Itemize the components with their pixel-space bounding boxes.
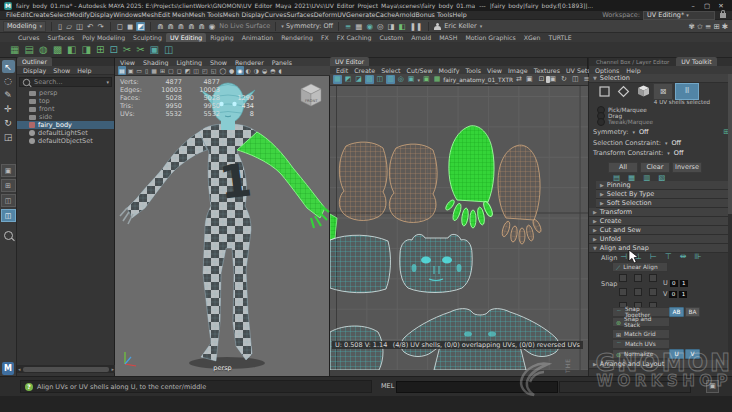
scale-tool-icon[interactable]: ◲ [2,130,15,143]
snap-checkbox[interactable] [619,274,627,282]
uv-editor-menu-item[interactable]: Textures [534,67,560,74]
snap-and-stack-button[interactable]: ⊛ Snap and Stack [612,317,670,327]
distribute-v-icon[interactable]: ⊪ [694,252,703,261]
viewport-menu-item[interactable]: Shading [143,59,169,66]
menu-item[interactable]: File [6,11,17,18]
menu-item[interactable]: Select [50,11,69,18]
snap-projected-center-icon[interactable]: ⋒ [187,22,195,31]
mel-command-input[interactable] [396,381,558,393]
toolkit-section-header[interactable]: ▶Create [589,217,732,226]
viewport-menu-item[interactable]: Lighting [177,59,202,66]
normalize-uv-icon[interactable]: ⊡ [109,44,117,55]
uv-editor-tab[interactable]: UV Editor [330,57,369,66]
shelf-tab[interactable]: FX Caching [333,33,376,42]
unitize-uv-icon[interactable]: ⊞ [96,44,104,55]
camera-based-mapping-icon[interactable]: ◨ [82,44,91,55]
snap-checkbox[interactable] [649,274,657,282]
contour-stretch-icon[interactable]: ◧ [67,44,76,55]
uv-editor-menu-item[interactable]: Edit [336,67,348,74]
shelf-tab[interactable]: Poly Modeling [78,33,129,42]
select-camera-icon[interactable]: ▤ [118,66,126,75]
open-scene-icon[interactable]: ▱ [65,22,73,31]
select-component-icon[interactable]: ◩ [136,22,145,31]
attribute-editor-icon[interactable]: ⊞ [712,22,720,31]
shelf-tab[interactable]: MASH [435,33,461,42]
menu-item[interactable]: Curves [265,11,287,18]
shelf-tab[interactable]: Rendering [277,33,317,42]
layout-persp-uv-icon[interactable]: ◫ [1,209,16,222]
menu-item[interactable]: Cache [375,11,395,18]
outliner-item[interactable]: fairy_body [17,121,114,129]
automatic-mapping-icon[interactable]: ▩ [53,44,62,55]
redo-icon[interactable]: ↷ [96,22,104,31]
uv-isolate-icon[interactable]: ◎ [397,75,405,84]
selection-constraint-row[interactable]: Selection Constraint:▾Off [593,139,729,147]
outliner-item[interactable]: top [17,97,114,105]
workspace-lock-icon[interactable] [720,13,726,18]
texture-next-icon[interactable]: ▦ [433,75,442,84]
layout-two-pane-icon[interactable]: ◫ [1,194,16,207]
shelf-tab[interactable]: Custom [375,33,407,42]
account-menu[interactable]: Eric Keller▾ [434,22,482,30]
uv-editor-menu-item[interactable]: Create [354,67,375,74]
view-grid-icon[interactable]: ⊞ [159,66,166,75]
shelf-tab[interactable]: Surfaces [43,33,78,42]
menu-item[interactable]: Bonus Tools [415,11,452,18]
viewport-menu-item[interactable]: Show [210,59,227,66]
uv-shaded-display-icon[interactable]: ▦ [333,75,342,84]
toolkit-menu-item[interactable]: Help [626,67,640,74]
anti-alias-icon[interactable]: ◖ [278,66,283,75]
uv-pixel-snap-icon[interactable]: ▥ [386,75,395,84]
move-tool-icon[interactable]: ✛ [2,102,15,115]
menu-item[interactable]: Edit [17,11,29,18]
outliner-item[interactable]: side [17,113,114,121]
snap-view-plane-icon[interactable]: ⋒ [197,22,205,31]
select-object-icon[interactable]: ◼ [126,22,134,31]
uv-snapshot-icon[interactable]: ◫ [164,44,173,55]
make-live-icon[interactable]: ◉ [208,22,217,31]
cut-uv-icon[interactable]: ✂ [123,44,131,55]
shelf-tab[interactable]: TURTLE [544,33,575,42]
texture-name-dropdown[interactable]: fairy_anatomy_01_TXTR [443,77,513,83]
menu-set-dropdown[interactable]: Modeling▾ [3,21,46,32]
toolkit-section-header[interactable]: ▶Unfold [589,235,732,244]
minimize-button[interactable]: – [686,2,700,10]
camera-attributes-icon[interactable]: ▭ [135,66,143,75]
select-all-button[interactable]: All [608,162,638,173]
open-render-view-icon[interactable]: ▦ [354,22,363,31]
section-selection[interactable]: ▼Selection [589,74,732,83]
menu-item[interactable]: Create [29,11,50,18]
uv-canvas[interactable] [330,86,588,370]
uv-editor-menu-item[interactable]: UV Sets [566,67,591,74]
distribute-u-icon[interactable]: ⇹ [679,252,688,261]
snap-checkbox[interactable] [634,288,642,296]
construction-history-icon[interactable]: ≡ [344,22,352,31]
zoom-tool-icon[interactable] [4,231,13,240]
shelf-tab[interactable]: XGen [520,33,545,42]
toolkit-section-header[interactable]: ▶Transform [589,208,732,217]
uv-editor-menu-item[interactable]: Select [381,67,400,74]
uv-editor-open-icon[interactable]: ▣ [150,44,159,55]
align-top-icon[interactable]: ⊤ [664,252,673,261]
view-cube[interactable]: FRONT [297,80,325,108]
menu-item[interactable]: Arnold [395,11,415,18]
toolkit-scrollbar[interactable] [728,74,732,370]
snap-v-min-field[interactable]: 0 [669,291,677,298]
uv-editor-menu-item[interactable]: Modify [439,67,460,74]
selection-mode-radio[interactable]: Tweak/Marquee [597,119,653,125]
mel-label[interactable]: MEL [381,382,394,390]
outliner-search-input[interactable]: Search... ▾ [19,77,112,87]
select-hierarchy-icon[interactable]: ◻ [116,22,124,31]
planar-mapping-icon[interactable]: ▦ [10,44,19,55]
snap-curve-icon[interactable]: ⋒ [167,22,175,31]
toolkit-section-header[interactable]: ▶Pinning [596,181,732,190]
snap-checkbox[interactable] [634,274,642,282]
outliner-tab[interactable]: Outliner [17,57,52,66]
outliner-item[interactable]: defaultObjectSet [17,137,114,145]
snap-ba-button[interactable]: BA [685,307,700,317]
menu-item[interactable]: Windows [113,11,141,18]
shaded-mode-icon[interactable] [636,84,651,98]
normalize-button[interactable]: ⊜ Normalize [612,349,670,359]
shadows-icon[interactable]: ◑ [253,66,260,75]
match-grid-button[interactable]: ⊞ Match Grid [612,329,670,339]
